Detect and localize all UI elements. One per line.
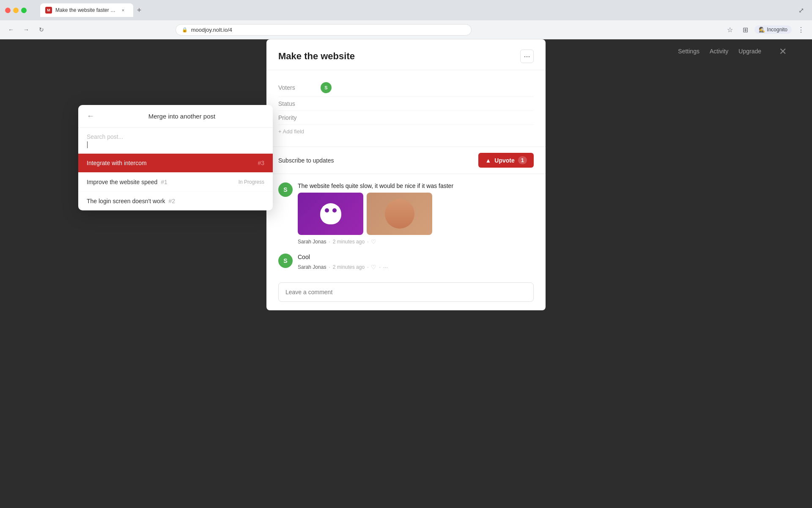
comment-images [298, 193, 534, 235]
upvote-icon: ▲ [485, 157, 491, 164]
avatar: S [278, 182, 293, 197]
merge-header: ← Merge into another post [78, 105, 273, 128]
browser-toolbar: ← → ↻ 🔒 moodjoy.nolt.io/4 ☆ ⊞ 🕵 Incognit… [0, 20, 812, 39]
comment-text: The website feels quite slow, it would b… [298, 182, 534, 189]
browser-chrome: M Make the website faster · Moo × + ⤢ ← … [0, 0, 812, 39]
comment-meta: Sarah Jonas · 2 minutes ago · ♡ · ··· [298, 264, 534, 271]
extensions-button[interactable]: ⊞ [739, 24, 751, 36]
merge-item-number: #1 [161, 179, 167, 185]
merge-search [78, 128, 273, 154]
voters-field-row: Voters S [278, 79, 534, 97]
upvote-label: Upvote [494, 157, 514, 164]
comment-input[interactable] [278, 282, 534, 302]
merge-title: Merge into another post [99, 113, 264, 120]
action-bar: Subscribe to updates ▲ Upvote 1 [266, 146, 546, 174]
bookmark-button[interactable]: ☆ [724, 24, 736, 36]
top-right-nav: Settings Activity Upgrade [678, 48, 761, 55]
panel-title: Make the website [278, 51, 355, 62]
tab-favicon-icon: M [45, 7, 52, 14]
merge-item-2[interactable]: Improve the website speed #1 In Progress [78, 173, 273, 192]
maximize-window-button[interactable] [21, 8, 27, 13]
browser-titlebar: M Make the website faster · Moo × + ⤢ [0, 0, 812, 20]
tab-title: Make the website faster · Moo [55, 7, 116, 13]
status-field-row: Status [278, 97, 534, 111]
comment-item: S The website feels quite slow, it would… [278, 182, 534, 245]
merge-item-title: Integrate with intercom [87, 160, 147, 166]
voter-avatar: S [321, 82, 332, 93]
window-controls-icon[interactable]: ⤢ [795, 4, 807, 16]
panel-menu-button[interactable]: ··· [520, 50, 534, 63]
tab-close-button[interactable]: × [120, 7, 126, 14]
main-area: Settings Activity Upgrade ✕ Make the web… [0, 39, 812, 508]
voters-label: Voters [278, 84, 321, 91]
add-field-button[interactable]: + Add field [278, 125, 534, 138]
comment-separator: · [329, 264, 330, 270]
merge-item-number: #3 [258, 160, 264, 166]
comment-author: Sarah Jonas [298, 239, 326, 245]
merge-item-3[interactable]: The login screen doesn't work #2 [78, 192, 273, 210]
comment-separator3: · [379, 264, 380, 270]
incognito-icon: 🕵 [759, 27, 765, 33]
merge-dropdown: ← Merge into another post Integrate with… [78, 105, 273, 210]
comment-separator2: · [367, 239, 368, 245]
merge-item-number: #2 [168, 198, 175, 204]
merge-search-input[interactable] [87, 133, 264, 140]
merge-item-status: In Progress [239, 179, 264, 185]
priority-label: Priority [278, 114, 321, 121]
merge-back-button[interactable]: ← [87, 112, 94, 121]
merge-item-title: The login screen doesn't work #2 [87, 198, 175, 204]
comment-item: S Cool Sarah Jonas · 2 minutes ago · ♡ ·… [278, 254, 534, 271]
comment-author: Sarah Jonas [298, 264, 326, 270]
priority-field-row: Priority [278, 111, 534, 125]
lock-icon: 🔒 [182, 27, 188, 33]
address-text: moodjoy.nolt.io/4 [191, 27, 465, 33]
activity-nav-item[interactable]: Activity [710, 48, 728, 55]
avatar: S [278, 254, 293, 268]
browser-tab-active[interactable]: M Make the website faster · Moo × [40, 3, 133, 17]
comment-heart-button[interactable]: ♡ [371, 238, 376, 245]
status-label: Status [278, 100, 321, 107]
comment-meta: Sarah Jonas · 2 minutes ago · ♡ [298, 238, 534, 245]
comment-separator: · [329, 239, 330, 245]
panel-body: Voters S Status Priority + Add field [266, 70, 546, 146]
comment-body: The website feels quite slow, it would b… [298, 182, 534, 245]
comment-body: Cool Sarah Jonas · 2 minutes ago · ♡ · ·… [298, 254, 534, 271]
browser-menu-button[interactable]: ⋮ [795, 24, 807, 36]
address-bar[interactable]: 🔒 moodjoy.nolt.io/4 [176, 24, 472, 36]
comment-heart-button[interactable]: ♡ [371, 264, 376, 271]
minimize-window-button[interactable] [13, 8, 19, 13]
comment-image-face [367, 193, 432, 235]
settings-nav-item[interactable]: Settings [678, 48, 700, 55]
upvote-button[interactable]: ▲ Upvote 1 [478, 153, 534, 168]
close-panel-button[interactable]: ✕ [779, 46, 787, 57]
incognito-label: Incognito [767, 27, 787, 33]
forward-button[interactable]: → [20, 24, 32, 36]
main-panel: Make the website ··· Voters S Status Pri… [266, 39, 546, 310]
close-window-button[interactable] [5, 8, 11, 13]
browser-actions: ☆ ⊞ 🕵 Incognito ⋮ [724, 24, 807, 36]
new-tab-button[interactable]: + [133, 4, 145, 16]
back-button[interactable]: ← [5, 24, 17, 36]
comments-section: S The website feels quite slow, it would… [266, 174, 546, 310]
voters-value: S [321, 82, 332, 93]
comment-text: Cool [298, 254, 534, 260]
text-cursor [87, 141, 88, 148]
incognito-badge[interactable]: 🕵 Incognito [754, 25, 792, 34]
subscribe-text[interactable]: Subscribe to updates [278, 157, 334, 164]
merge-item-title: Improve the website speed #1 [87, 179, 167, 185]
comment-time: 2 minutes ago [333, 239, 365, 245]
comment-time: 2 minutes ago [333, 264, 365, 270]
upgrade-nav-item[interactable]: Upgrade [738, 48, 761, 55]
comment-more-button[interactable]: ··· [383, 264, 388, 271]
comment-separator2: · [367, 264, 368, 270]
traffic-lights [5, 8, 27, 13]
comment-image-ghost [298, 193, 363, 235]
panel-header: Make the website ··· [266, 39, 546, 70]
tab-bar: M Make the website faster · Moo × + [35, 3, 150, 17]
merge-item-1[interactable]: Integrate with intercom #3 [78, 154, 273, 173]
upvote-count: 1 [518, 156, 527, 164]
refresh-button[interactable]: ↻ [36, 24, 47, 36]
